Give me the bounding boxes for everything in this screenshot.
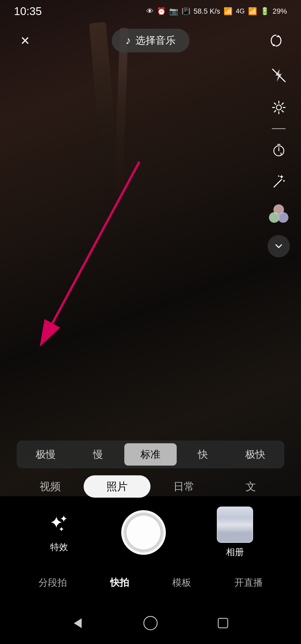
speed-bar: 极慢 慢 标准 快 极快 xyxy=(17,440,284,468)
svg-text:✦: ✦ xyxy=(282,179,286,183)
svg-line-8 xyxy=(274,180,281,187)
timer-button[interactable]: 3 xyxy=(268,139,290,161)
album-button[interactable]: 相册 xyxy=(217,507,253,558)
svg-point-19 xyxy=(144,616,157,630)
signal-icon: 📶 xyxy=(248,7,257,16)
status-bar: 10:35 👁 ⏰ 📷 📳 58.5 K/s 📶 4G 📶 🔋 29% xyxy=(0,0,301,22)
album-decoration xyxy=(252,507,253,540)
system-nav xyxy=(0,602,301,644)
music-icon: ♪ xyxy=(126,35,131,47)
vibrate-icon: 📳 xyxy=(181,7,190,16)
alarm-icon: ⏰ xyxy=(157,7,166,16)
svg-text:✦: ✦ xyxy=(59,525,64,533)
timer-icon: 3 xyxy=(271,142,287,158)
recents-button[interactable] xyxy=(213,613,233,633)
music-select-button[interactable]: ♪ 选择音乐 xyxy=(112,29,190,52)
recents-icon xyxy=(216,616,230,630)
tab-video[interactable]: 视频 xyxy=(17,475,84,498)
tab-photo[interactable]: 照片 xyxy=(84,475,151,498)
bottom-nav: 分段拍 快拍 模板 开直播 xyxy=(0,566,301,599)
speed-slow[interactable]: 慢 xyxy=(72,443,124,466)
camera-controls: ✦ ✦ ✦ 特效 相册 xyxy=(0,505,301,560)
nav-template[interactable]: 模板 xyxy=(172,576,191,589)
effects-label: 特效 xyxy=(50,541,68,553)
album-thumbnail xyxy=(217,507,253,543)
gear-icon xyxy=(271,100,287,115)
home-icon xyxy=(142,615,159,631)
network-icon: 4G xyxy=(236,7,245,15)
camera-icon: 📷 xyxy=(169,7,178,16)
wifi-icon: 📶 xyxy=(224,7,232,16)
svg-point-3 xyxy=(276,105,281,110)
magic-wand-icon: ✦ ✦ ✦ xyxy=(271,175,287,190)
status-icons: 👁 ⏰ 📷 📳 58.5 K/s 📶 4G 📶 🔋 29% xyxy=(146,7,287,16)
effects-button[interactable]: ✦ ✦ ✦ 特效 xyxy=(48,512,70,553)
svg-text:✦: ✦ xyxy=(277,175,280,178)
more-options-button[interactable] xyxy=(268,235,290,257)
album-label: 相册 xyxy=(226,546,244,558)
svg-rect-20 xyxy=(218,618,228,628)
shutter-inner xyxy=(125,514,162,551)
back-icon xyxy=(71,616,86,631)
speed-very-fast[interactable]: 极快 xyxy=(229,443,281,466)
shutter-button[interactable] xyxy=(121,510,166,555)
svg-marker-18 xyxy=(74,618,82,628)
album-preview xyxy=(217,507,253,542)
speed-text: 58.5 K/s xyxy=(194,7,220,16)
flash-button[interactable] xyxy=(268,64,290,86)
battery-percent: 29% xyxy=(273,7,287,16)
tab-text[interactable]: 文 xyxy=(217,475,284,498)
sparkles-icon: ✦ ✦ ✦ xyxy=(48,512,70,538)
nav-quick-shot[interactable]: 快拍 xyxy=(110,576,129,589)
svg-text:✦: ✦ xyxy=(60,513,68,524)
right-controls: 3 ✦ ✦ ✦ xyxy=(268,64,290,257)
camera-viewfinder xyxy=(0,0,301,496)
settings-button[interactable] xyxy=(268,96,290,118)
eye-icon: 👁 xyxy=(146,7,154,16)
close-button[interactable]: × xyxy=(14,29,36,52)
mode-tabs: 视频 照片 日常 文 xyxy=(0,473,301,500)
magic-button[interactable]: ✦ ✦ ✦ xyxy=(268,171,290,193)
tab-daily[interactable]: 日常 xyxy=(151,475,217,498)
flash-off-icon xyxy=(271,68,287,83)
color-circles-icon xyxy=(269,204,288,224)
chevron-down-icon xyxy=(273,241,284,252)
status-time: 10:35 xyxy=(14,5,42,18)
svg-text:3: 3 xyxy=(280,152,282,156)
top-controls: × ♪ 选择音乐 xyxy=(0,22,301,59)
refresh-icon xyxy=(268,33,284,48)
back-button[interactable] xyxy=(68,613,88,633)
music-label: 选择音乐 xyxy=(135,34,176,47)
speed-normal[interactable]: 标准 xyxy=(124,443,177,466)
battery-icon: 🔋 xyxy=(260,7,269,16)
speed-fast[interactable]: 快 xyxy=(177,443,229,466)
flip-camera-button[interactable] xyxy=(265,29,287,52)
nav-live[interactable]: 开直播 xyxy=(234,576,263,589)
divider xyxy=(272,128,286,129)
nav-segmented[interactable]: 分段拍 xyxy=(38,576,67,589)
speed-very-slow[interactable]: 极慢 xyxy=(20,443,72,466)
home-button[interactable] xyxy=(141,613,160,633)
color-filter-button[interactable] xyxy=(268,203,290,225)
